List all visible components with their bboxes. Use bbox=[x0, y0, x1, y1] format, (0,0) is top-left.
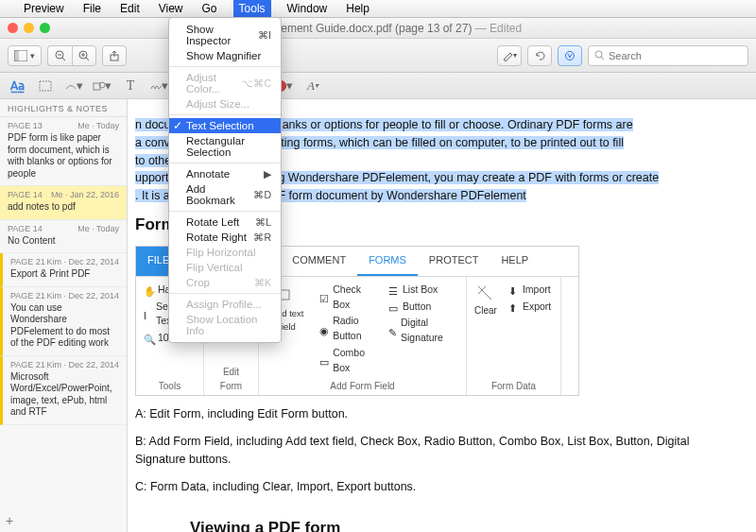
zoom-icon: 🔍 bbox=[144, 333, 154, 343]
note-page: PAGE 21 bbox=[10, 291, 45, 300]
menu-tools[interactable]: Tools bbox=[233, 0, 271, 17]
highlights-sidebar: HIGHLIGHTS & NOTES PAGE 13Me · Today PDF… bbox=[0, 99, 128, 532]
svg-rect-1 bbox=[14, 50, 19, 61]
rotate-icon bbox=[534, 50, 545, 61]
button-icon: ▭ bbox=[388, 301, 399, 312]
text-tool[interactable]: T bbox=[121, 77, 140, 95]
note-meta: Kim · Dec 22, 2014 bbox=[46, 291, 119, 300]
note-meta: Me · Jan 22, 2016 bbox=[51, 190, 119, 199]
search-input[interactable] bbox=[609, 50, 742, 61]
add-note-button[interactable]: + bbox=[6, 513, 13, 528]
note-text: add notes to pdf bbox=[8, 201, 119, 214]
share-button[interactable] bbox=[102, 45, 127, 66]
pencil-icon bbox=[502, 50, 513, 61]
check-box-label: Check Box bbox=[333, 283, 377, 313]
group-label-editform: Edit Form bbox=[212, 365, 250, 393]
edited-label: — Edited bbox=[475, 22, 522, 35]
note-page: PAGE 13 bbox=[8, 121, 43, 130]
note-item[interactable]: PAGE 21Kim · Dec 22, 2014 Microsoft Word… bbox=[0, 356, 127, 425]
markup-toolbar: A̲a̲ ▾ ▾ T ▾ | ▾ ▾ ▾ A▾ bbox=[0, 73, 756, 99]
group-label-addfield: Add Form Field bbox=[266, 379, 458, 393]
window-titlebar: 📄 PDF Element Guide.docx.pdf (page 13 of… bbox=[0, 18, 756, 39]
menu-preview[interactable]: Preview bbox=[21, 2, 67, 15]
menu-help[interactable]: Help bbox=[343, 2, 372, 15]
svg-line-6 bbox=[86, 58, 89, 60]
bullet-c: C: Form Data, including Clear, Import, E… bbox=[135, 478, 731, 496]
menu-item-rotate-left[interactable]: Rotate Left⌘L bbox=[169, 215, 281, 230]
text-selection-tool[interactable]: A̲a̲ bbox=[8, 77, 26, 95]
menu-item-annotate[interactable]: Annotate▶ bbox=[169, 166, 281, 181]
export-icon: ⬆ bbox=[508, 301, 519, 312]
radio-icon: ◉ bbox=[319, 324, 329, 335]
rect-selection-tool[interactable] bbox=[36, 77, 55, 95]
menu-item-rotate-right[interactable]: Rotate Right⌘R bbox=[169, 230, 281, 245]
menu-item-show-magnifier[interactable]: Show Magnifier bbox=[169, 48, 281, 63]
note-text: Export & Print PDF bbox=[10, 268, 119, 281]
menu-item-show-inspector[interactable]: Show Inspector⌘I bbox=[169, 22, 281, 48]
note-meta: Me · Today bbox=[77, 121, 119, 130]
tools-menu-dropdown: Show Inspector⌘IShow MagnifierAdjust Col… bbox=[168, 17, 282, 343]
highlight-button[interactable]: ▾ bbox=[497, 45, 522, 66]
menu-item-adjust-color-: Adjust Color...⌥⌘C bbox=[169, 70, 281, 96]
menu-go[interactable]: Go bbox=[199, 2, 220, 15]
ribbon-tab-protect: PROTECT bbox=[418, 247, 490, 276]
note-item[interactable]: PAGE 21Kim · Dec 22, 2014 You can use Wo… bbox=[0, 287, 127, 356]
sketch-tool[interactable]: ▾ bbox=[64, 77, 83, 95]
ribbon-tab-help: HELP bbox=[490, 247, 540, 276]
sign-tool[interactable]: ▾ bbox=[149, 77, 168, 95]
menu-window[interactable]: Window bbox=[284, 2, 331, 15]
note-page: PAGE 21 bbox=[10, 257, 45, 266]
import-label: Import bbox=[523, 283, 551, 298]
svg-point-11 bbox=[595, 51, 602, 58]
svg-line-12 bbox=[601, 57, 604, 60]
menu-edit[interactable]: Edit bbox=[117, 2, 143, 15]
note-page: PAGE 14 bbox=[8, 190, 43, 199]
search-icon bbox=[594, 50, 605, 60]
radio-button-label: Radio Button bbox=[333, 314, 377, 344]
menu-item-show-location-info: Show Location Info bbox=[169, 312, 281, 338]
note-page: PAGE 14 bbox=[8, 224, 43, 233]
menu-file[interactable]: File bbox=[80, 2, 104, 15]
note-meta: Me · Today bbox=[77, 224, 119, 233]
window-title: 📄 PDF Element Guide.docx.pdf (page 13 of… bbox=[50, 22, 699, 35]
button-label: Button bbox=[403, 300, 431, 315]
menu-item-adjust-size-: Adjust Size... bbox=[169, 96, 281, 112]
traffic-lights bbox=[0, 23, 50, 33]
svg-point-10 bbox=[566, 51, 575, 60]
svg-line-3 bbox=[62, 58, 65, 60]
note-item[interactable]: PAGE 14Me · Today No Content bbox=[0, 220, 127, 254]
close-window-button[interactable] bbox=[8, 23, 18, 33]
note-item[interactable]: PAGE 14Me · Jan 22, 2016 add notes to pd… bbox=[0, 186, 127, 220]
menu-view[interactable]: View bbox=[156, 2, 186, 15]
heading-view-pdf: Viewing a PDF form bbox=[190, 516, 731, 532]
zoom-out-button[interactable] bbox=[47, 45, 72, 66]
markup-icon bbox=[563, 50, 576, 61]
note-item[interactable]: PAGE 13Me · Today PDF form is like paper… bbox=[0, 117, 127, 186]
menu-item-flip-horizontal: Flip Horizontal bbox=[169, 245, 281, 260]
clear-label: Clear bbox=[474, 303, 497, 317]
bullet-a: A: Edit Form, including Edit Form button… bbox=[135, 405, 731, 423]
ribbon-tab-forms: FORMS bbox=[357, 247, 418, 276]
shapes-tool[interactable]: ▾ bbox=[93, 77, 112, 95]
menu-item-text-selection[interactable]: ✓Text Selection bbox=[169, 118, 281, 133]
share-icon bbox=[109, 50, 120, 61]
rotate-button[interactable] bbox=[527, 45, 552, 66]
menu-item-rectangular-selection[interactable]: Rectangular Selection bbox=[169, 133, 281, 160]
menu-item-add-bookmark[interactable]: Add Bookmark⌘D bbox=[169, 181, 281, 208]
search-field[interactable] bbox=[588, 45, 748, 66]
export-label: Export bbox=[523, 300, 551, 315]
sidebar-toggle-button[interactable]: ▾ bbox=[8, 45, 42, 66]
note-item[interactable]: PAGE 21Kim · Dec 22, 2014 Export & Print… bbox=[0, 253, 127, 287]
import-icon: ⬇ bbox=[508, 284, 519, 295]
markup-toolbar-button[interactable] bbox=[558, 45, 582, 66]
toolbar: ▾ ▾ bbox=[0, 39, 756, 73]
note-meta: Kim · Dec 22, 2014 bbox=[46, 360, 119, 369]
minimize-window-button[interactable] bbox=[24, 23, 34, 33]
text-style-tool[interactable]: A▾ bbox=[303, 77, 322, 95]
combo-box-label: Combo Box bbox=[333, 346, 377, 376]
svg-rect-13 bbox=[40, 81, 51, 91]
signature-icon: ✎ bbox=[388, 326, 397, 336]
zoom-in-button[interactable] bbox=[72, 45, 96, 66]
zoom-window-button[interactable] bbox=[40, 23, 50, 33]
hand-icon: ✋ bbox=[144, 284, 154, 295]
